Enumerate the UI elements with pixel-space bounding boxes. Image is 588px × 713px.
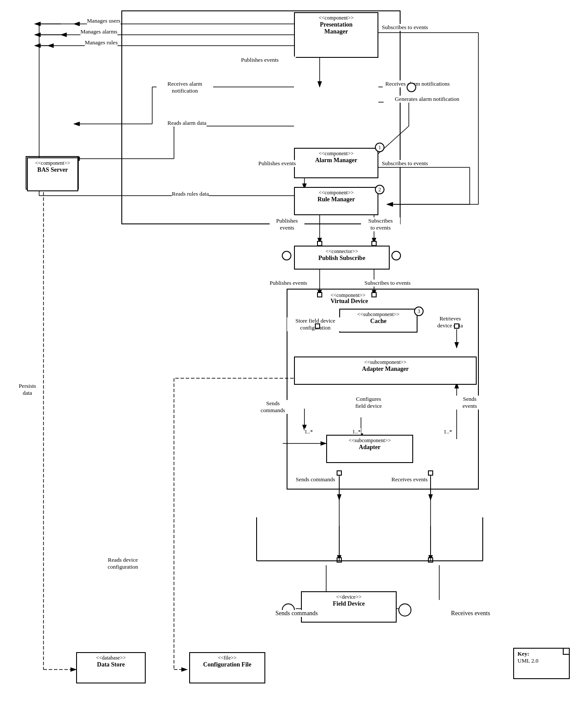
sends-commands-fd-label: Sends commands: [253, 610, 340, 617]
reads-rules-data-label: Reads rules data: [172, 190, 209, 197]
connector-lines: [0, 474, 588, 565]
receives-alarm-notifs-label: Receives alarm notifications: [383, 80, 452, 87]
manages-users-label: Manages users: [87, 17, 120, 24]
circle-fd-right: [398, 603, 411, 616]
number-1-circle: 1: [375, 143, 384, 152]
sq-port-vd-left: [317, 292, 322, 297]
receives-events-fd-label: Receives events: [421, 610, 521, 617]
vd-name: Virtual Device: [331, 298, 368, 305]
manages-alarms-label: Manages alarms: [80, 28, 117, 35]
cache-stereotype: <<subcomponent>>: [344, 311, 413, 318]
subscribes-events-pm-label: Subscribes to events: [382, 24, 428, 31]
reads-alarm-data-label: Reads alarm data: [167, 120, 207, 127]
ps-name: Publish Subscribe: [298, 255, 385, 262]
rule-manager-box: <<component>> Rule Manager: [294, 187, 378, 215]
config-file-box: <<file>> Configuration File: [189, 652, 265, 683]
mult-2-label: 1..*: [352, 428, 361, 435]
alarm-manager-box: <<component>> Alarm Manager: [294, 148, 378, 178]
sq-port-fd-right: [428, 557, 433, 563]
presentation-manager-box: <<component>> Presentation Manager: [294, 12, 378, 58]
subscribes-events-ps-label: Subscribes to events: [364, 280, 411, 287]
generates-alarm-label: Generates alarm notification: [384, 96, 471, 103]
publish-subscribe-box: <<connector>> Publish Subscribe: [294, 246, 390, 270]
rm-name: Rule Manager: [298, 196, 374, 203]
ds-name: Data Store: [80, 661, 141, 668]
key-box: Key: UML 2.0: [513, 648, 570, 679]
circle-ps-left: [282, 251, 291, 260]
publishes-events-pm-label: Publishes events: [224, 57, 296, 63]
bas-stereotype: <<component>>: [31, 160, 74, 167]
sends-events-label: Sendsevents: [452, 396, 487, 410]
pm-name2: Manager: [298, 28, 374, 35]
adapter-manager-box: <<subcomponent>> Adapter Manager: [294, 356, 477, 385]
receives-alarm-notif-label: Receives alarmnotification: [157, 80, 213, 94]
sq-port-fd-left: [337, 557, 342, 563]
publishes-events-rm-label: Publishesevents: [270, 217, 304, 231]
adapter-box: <<subcomponent>> Adapter: [326, 435, 413, 463]
fd-name: Field Device: [305, 600, 392, 607]
key-label: Key:: [518, 650, 565, 657]
bas-name: BAS Server: [31, 167, 74, 173]
number-2-circle: 2: [375, 185, 384, 194]
reads-device-config-label: Reads deviceconfiguration: [94, 556, 152, 570]
ps-stereotype: <<connector>>: [298, 248, 385, 255]
cache-name: Cache: [344, 318, 413, 325]
subscribes-events-am-label: Subscribes to events: [382, 160, 428, 167]
ad-name: Adapter: [331, 444, 409, 451]
mult-1-label: 1..*: [304, 428, 313, 435]
retrieves-device-data-label: Retrievesdevice data: [426, 315, 474, 329]
pm-name: Presentation: [298, 21, 374, 28]
configures-field-device-label: Configuresfield device: [344, 396, 394, 410]
publishes-events-am-label: Publishes events: [258, 160, 296, 167]
mult-3-label: 1..*: [444, 428, 452, 435]
receives-events-label: Receives events: [391, 476, 428, 483]
am-stereotype: <<component>>: [298, 150, 374, 157]
sq-port-cache-right: [454, 323, 459, 329]
pm-stereotype: <<component>>: [298, 15, 374, 21]
sends-commands-top-label: Sendscommands: [252, 400, 294, 414]
rm-stereotype: <<component>>: [298, 190, 374, 196]
key-fold: [563, 649, 569, 655]
bas-server-box: <<component>> BAS Server: [27, 157, 78, 191]
cache-box: <<subcomponent>> Cache: [339, 309, 418, 333]
data-store-box: <<database>> Data Store: [76, 652, 146, 683]
sq-port-cache-left: [315, 323, 320, 329]
diagram-container: <<component>> Presentation Manager Manag…: [0, 0, 588, 713]
fd-stereotype: <<device>>: [305, 594, 392, 600]
cf-stereotype: <<file>>: [194, 655, 261, 661]
circle-alarm-notif: [407, 83, 416, 92]
sq-port-vd-right: [371, 292, 377, 297]
cf-name: Configuration File: [194, 661, 261, 668]
circle-ps-right: [391, 251, 401, 260]
adm-stereotype: <<subcomponent>>: [298, 359, 472, 366]
sends-commands-bottom-label: Sends commands: [296, 476, 335, 483]
ad-stereotype: <<subcomponent>>: [331, 437, 409, 444]
key-uml: UML 2.0: [518, 657, 565, 664]
sq-port-adapter-left: [337, 470, 342, 476]
ds-stereotype: <<database>>: [80, 655, 141, 661]
publishes-events-ps-label: Publishes events: [270, 280, 307, 287]
number-3-circle: 3: [414, 307, 424, 316]
subscribes-events-rm-label: Subscribesto events: [361, 217, 400, 231]
sq-port-adapter-right: [428, 470, 433, 476]
manages-rules-label: Manages rules: [85, 39, 117, 46]
am-name: Alarm Manager: [298, 157, 374, 164]
field-device-box: <<device>> Field Device: [301, 591, 397, 623]
persists-data-label: Persistsdata: [12, 383, 43, 396]
adm-name: Adapter Manager: [298, 366, 472, 373]
